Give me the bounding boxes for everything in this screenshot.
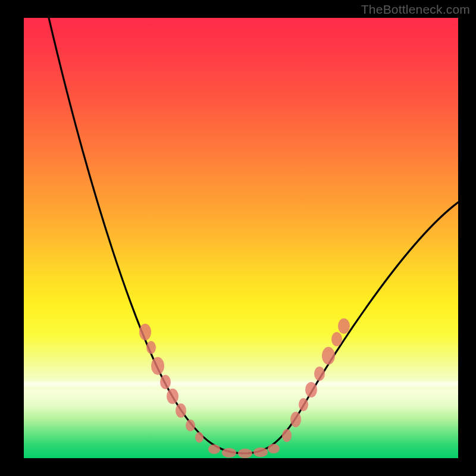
svg-point-16 [305,382,317,397]
svg-point-11 [253,447,268,457]
svg-point-18 [322,347,335,365]
svg-point-12 [268,444,280,453]
svg-point-7 [195,432,203,443]
svg-point-13 [282,429,292,442]
svg-point-3 [160,375,171,389]
svg-point-6 [186,419,195,431]
svg-point-17 [314,367,325,381]
svg-point-10 [238,449,252,458]
svg-point-9 [222,448,236,458]
svg-point-14 [290,412,301,427]
svg-point-2 [151,357,164,375]
bottleneck-curve [49,18,458,453]
svg-point-15 [299,398,308,411]
bottleneck-plot [24,18,458,458]
svg-point-4 [167,389,178,404]
svg-point-20 [338,318,350,334]
svg-point-19 [331,332,342,346]
svg-point-0 [139,324,151,340]
svg-point-1 [146,341,156,354]
bottleneck-curve-layer [24,18,458,458]
watermark-label: TheBottleneck.com [361,2,470,17]
svg-point-5 [176,403,186,418]
svg-point-8 [208,444,220,454]
data-beads [139,318,350,458]
